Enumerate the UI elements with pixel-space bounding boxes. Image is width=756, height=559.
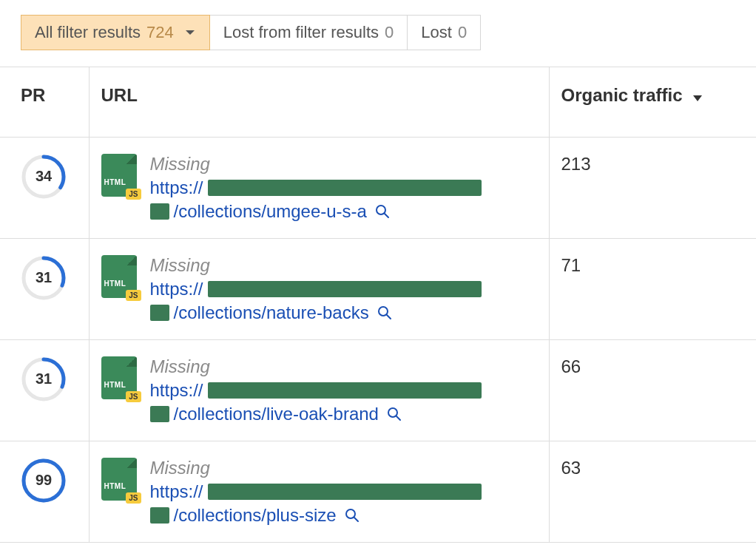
filter-tabs: All filter results724Lost from filter re… xyxy=(0,0,756,50)
cell-url: HTMLJSMissinghttps:///collections/live-o… xyxy=(89,339,549,441)
cell-pr: 99 xyxy=(0,441,89,542)
table-row: 31HTMLJSMissinghttps:///collections/natu… xyxy=(0,238,756,339)
cell-traffic: 213 xyxy=(549,137,756,238)
cell-traffic: 71 xyxy=(549,238,756,339)
cell-url: HTMLJSMissinghttps:///collections/umgee-… xyxy=(89,137,549,238)
redacted-domain xyxy=(208,180,482,196)
table-row: 99HTMLJSMissinghttps:///collections/plus… xyxy=(0,441,756,542)
cell-pr: 31 xyxy=(0,339,89,441)
search-icon[interactable] xyxy=(377,305,393,321)
svg-line-7 xyxy=(387,315,391,319)
url-path: /collections/live-oak-brand xyxy=(174,404,379,424)
pr-value: 31 xyxy=(21,255,67,301)
url-protocol: https:// xyxy=(150,481,203,502)
svg-point-14 xyxy=(346,509,355,518)
cell-url: HTMLJSMissinghttps:///collections/nature… xyxy=(89,238,549,339)
pr-gauge: 31 xyxy=(21,356,67,402)
filter-tab[interactable]: All filter results724 xyxy=(21,15,210,50)
sort-desc-icon xyxy=(692,87,703,107)
pr-value: 99 xyxy=(21,458,67,504)
filter-tab-count: 724 xyxy=(146,23,174,42)
url-line-domain[interactable]: https:// xyxy=(150,177,482,198)
svg-line-15 xyxy=(354,518,358,521)
url-line-domain[interactable]: https:// xyxy=(150,380,482,401)
search-icon[interactable] xyxy=(344,507,360,524)
status-label: Missing xyxy=(150,154,482,175)
url-path: /collections/nature-backs xyxy=(174,302,369,323)
cell-pr: 34 xyxy=(0,137,89,238)
svg-line-3 xyxy=(385,214,388,217)
url-line-domain[interactable]: https:// xyxy=(150,279,482,299)
cell-traffic: 66 xyxy=(549,339,756,441)
pr-gauge: 99 xyxy=(21,458,67,504)
url-line-path[interactable]: /collections/umgee-u-s-a xyxy=(150,201,482,222)
filter-tab-label: Lost from filter results xyxy=(223,23,379,42)
js-badge-icon: JS xyxy=(126,492,141,504)
column-header-url[interactable]: URL xyxy=(89,67,549,138)
search-icon[interactable] xyxy=(386,406,402,422)
svg-line-11 xyxy=(396,416,400,420)
redacted-prefix xyxy=(150,203,169,220)
redacted-domain xyxy=(208,382,482,399)
pr-gauge: 31 xyxy=(21,255,67,301)
svg-point-10 xyxy=(388,408,397,417)
html-file-icon: HTMLJS xyxy=(101,255,137,298)
redacted-prefix xyxy=(150,305,169,321)
html-file-icon: HTMLJS xyxy=(101,458,137,501)
status-label: Missing xyxy=(150,458,482,478)
caret-down-icon xyxy=(184,29,196,36)
status-label: Missing xyxy=(150,255,482,276)
pr-value: 31 xyxy=(21,356,67,402)
redacted-domain xyxy=(208,484,482,500)
url-line-path[interactable]: /collections/plus-size xyxy=(150,505,482,526)
svg-point-6 xyxy=(379,307,388,316)
cell-pr: 31 xyxy=(0,238,89,339)
filter-tab[interactable]: Lost from filter results0 xyxy=(210,15,408,50)
search-icon[interactable] xyxy=(374,203,391,220)
url-path: /collections/plus-size xyxy=(174,505,337,526)
filter-tab-label: All filter results xyxy=(35,23,141,42)
url-protocol: https:// xyxy=(150,380,203,401)
url-line-domain[interactable]: https:// xyxy=(150,481,482,502)
status-label: Missing xyxy=(150,356,482,377)
redacted-prefix xyxy=(150,507,169,524)
url-protocol: https:// xyxy=(150,279,203,299)
url-line-path[interactable]: /collections/live-oak-brand xyxy=(150,404,482,424)
js-badge-icon: JS xyxy=(126,290,141,301)
results-table: PR URL Organic traffic 34HTMLJSMissinght… xyxy=(0,67,756,543)
redacted-prefix xyxy=(150,406,169,422)
url-path: /collections/umgee-u-s-a xyxy=(174,201,367,222)
filter-tab[interactable]: Lost0 xyxy=(408,15,481,50)
html-file-icon: HTMLJS xyxy=(101,356,137,399)
table-row: 34HTMLJSMissinghttps:///collections/umge… xyxy=(0,137,756,238)
js-badge-icon: JS xyxy=(126,391,141,402)
cell-url: HTMLJSMissinghttps:///collections/plus-s… xyxy=(89,441,549,542)
column-header-pr[interactable]: PR xyxy=(0,67,89,138)
pr-gauge: 34 xyxy=(21,154,67,200)
js-badge-icon: JS xyxy=(126,189,141,200)
redacted-domain xyxy=(208,281,482,297)
html-file-icon: HTMLJS xyxy=(101,154,137,197)
filter-tab-count: 0 xyxy=(385,23,394,42)
filter-tab-label: Lost xyxy=(421,23,452,42)
svg-point-2 xyxy=(377,206,385,214)
cell-traffic: 63 xyxy=(549,441,756,542)
url-line-path[interactable]: /collections/nature-backs xyxy=(150,302,482,323)
pr-value: 34 xyxy=(21,154,67,200)
filter-tab-count: 0 xyxy=(458,23,467,42)
table-row: 31HTMLJSMissinghttps:///collections/live… xyxy=(0,339,756,441)
table-body: 34HTMLJSMissinghttps:///collections/umge… xyxy=(0,137,756,542)
url-protocol: https:// xyxy=(150,177,203,198)
column-header-traffic[interactable]: Organic traffic xyxy=(549,67,756,138)
